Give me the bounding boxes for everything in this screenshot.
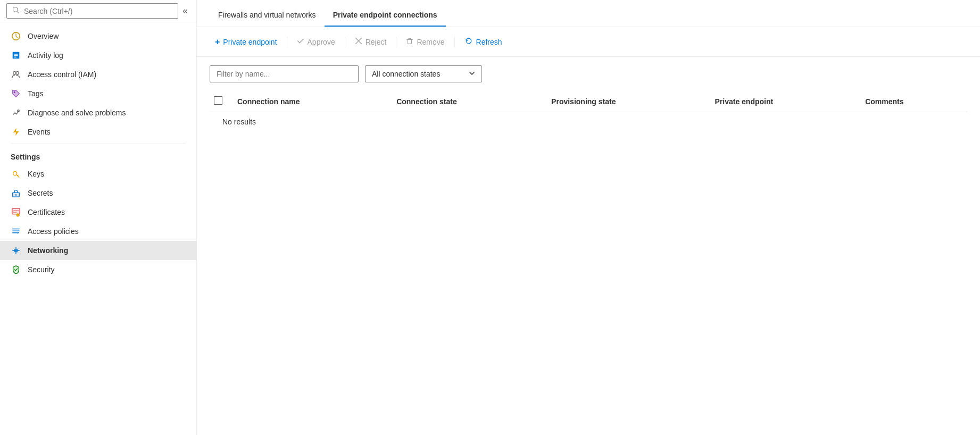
sidebar-item-activity-log[interactable]: Activity log <box>0 46 196 65</box>
x-icon <box>355 37 362 46</box>
sidebar-item-access-policies[interactable]: Access policies <box>0 222 196 241</box>
diagnose-icon <box>11 107 21 118</box>
sidebar-item-label-secrets: Secrets <box>28 189 53 197</box>
toolbar-separator-2 <box>345 37 345 47</box>
table-header-row: Connection name Connection state Provisi… <box>210 91 967 112</box>
svg-point-13 <box>16 214 19 216</box>
nav-divider <box>11 144 186 144</box>
activity-log-icon <box>11 50 21 61</box>
svg-point-8 <box>18 110 20 112</box>
keys-icon <box>11 169 21 179</box>
plus-icon: + <box>215 37 220 47</box>
search-input[interactable] <box>24 7 172 15</box>
no-results-text: No results <box>216 111 262 132</box>
search-icon <box>12 6 20 15</box>
sidebar: « Overview Activity lo <box>0 0 197 435</box>
refresh-button[interactable]: Refresh <box>459 34 508 50</box>
table-container: Connection name Connection state Provisi… <box>197 91 980 435</box>
reject-button[interactable]: Reject <box>350 34 392 49</box>
toolbar-separator-1 <box>287 37 287 47</box>
svg-point-7 <box>14 91 15 93</box>
trash-icon <box>406 37 413 46</box>
remove-button[interactable]: Remove <box>401 34 450 49</box>
access-policies-icon <box>11 226 21 237</box>
chevron-down-icon <box>469 70 475 78</box>
settings-section-title: Settings <box>0 146 196 164</box>
sidebar-item-networking[interactable]: Networking <box>0 241 196 260</box>
security-icon <box>11 264 21 275</box>
col-comments: Comments <box>859 91 967 112</box>
sidebar-item-certificates[interactable]: Certificates <box>0 203 196 222</box>
filters-bar: All connection states <box>197 57 980 91</box>
svg-point-6 <box>16 72 19 74</box>
access-control-icon <box>11 69 21 80</box>
checkmark-icon <box>297 37 304 46</box>
search-wrapper <box>6 3 178 19</box>
certificates-icon <box>11 207 21 218</box>
sidebar-item-label-access-control: Access control (IAM) <box>28 70 96 79</box>
tab-private-endpoint[interactable]: Private endpoint connections <box>325 4 446 27</box>
svg-rect-2 <box>14 54 18 54</box>
sidebar-item-access-control[interactable]: Access control (IAM) <box>0 65 196 84</box>
tags-icon <box>11 88 21 99</box>
svg-rect-4 <box>14 57 16 57</box>
tabs-bar: Firewalls and virtual networks Private e… <box>197 0 980 27</box>
col-private-endpoint: Private endpoint <box>708 91 859 112</box>
collapse-sidebar-button[interactable]: « <box>180 3 190 19</box>
toolbar: + Private endpoint Approve Reject <box>197 27 980 57</box>
col-provisioning-state: Provisioning state <box>545 91 708 112</box>
col-connection-name: Connection name <box>231 91 390 112</box>
connection-state-label: All connection states <box>372 70 440 78</box>
filter-name-input[interactable] <box>210 65 359 82</box>
sidebar-nav: Overview Activity log <box>0 22 196 435</box>
tab-firewalls[interactable]: Firewalls and virtual networks <box>210 4 325 27</box>
networking-icon <box>11 245 21 256</box>
sidebar-item-keys[interactable]: Keys <box>0 164 196 183</box>
svg-rect-12 <box>12 208 20 214</box>
col-connection-state: Connection state <box>390 91 545 112</box>
sidebar-item-label-networking: Networking <box>28 246 68 255</box>
main-content: Firewalls and virtual networks Private e… <box>197 0 980 435</box>
events-icon <box>11 127 21 137</box>
sidebar-item-label-activity-log: Activity log <box>28 51 63 60</box>
sidebar-item-events[interactable]: Events <box>0 122 196 141</box>
search-box[interactable] <box>6 3 178 19</box>
svg-point-5 <box>13 72 16 74</box>
connections-table: Connection name Connection state Provisi… <box>210 91 967 131</box>
sidebar-item-label-keys: Keys <box>28 170 44 178</box>
sidebar-item-label-overview: Overview <box>28 32 59 40</box>
toolbar-separator-4 <box>454 37 455 47</box>
sidebar-item-diagnose[interactable]: Diagnose and solve problems <box>0 103 196 122</box>
select-all-header[interactable] <box>210 91 231 112</box>
sidebar-item-label-tags: Tags <box>28 89 44 98</box>
add-private-endpoint-button[interactable]: + Private endpoint <box>210 34 283 50</box>
sidebar-item-overview[interactable]: Overview <box>0 27 196 46</box>
sidebar-header: « <box>0 0 196 22</box>
approve-button[interactable]: Approve <box>292 34 340 49</box>
sidebar-item-label-security: Security <box>28 265 55 274</box>
select-all-checkbox[interactable] <box>214 96 222 105</box>
sidebar-item-secrets[interactable]: Secrets <box>0 183 196 203</box>
connection-state-dropdown[interactable]: All connection states <box>365 65 482 82</box>
svg-rect-15 <box>408 39 412 44</box>
secrets-icon <box>11 188 21 198</box>
toolbar-separator-3 <box>396 37 396 47</box>
sidebar-item-label-certificates: Certificates <box>28 208 65 216</box>
sidebar-item-tags[interactable]: Tags <box>0 84 196 103</box>
sidebar-item-label-diagnose: Diagnose and solve problems <box>28 108 126 117</box>
svg-rect-3 <box>14 55 18 56</box>
refresh-icon <box>464 37 473 47</box>
no-results-row: No results <box>210 112 967 132</box>
svg-point-11 <box>15 194 17 196</box>
sidebar-item-security[interactable]: Security <box>0 260 196 279</box>
sidebar-item-label-access-policies: Access policies <box>28 227 79 236</box>
overview-icon <box>11 31 21 41</box>
sidebar-item-label-events: Events <box>28 128 51 136</box>
